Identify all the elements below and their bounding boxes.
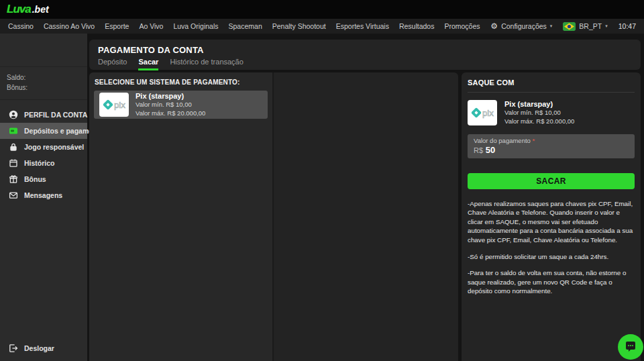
sidebar-item-label: Jogo responsável — [24, 143, 84, 151]
amount-input-label: Valor do pagamento * — [474, 137, 629, 144]
brazil-flag-icon — [563, 22, 576, 31]
nav-item-cassino[interactable]: Cassino — [8, 22, 34, 30]
withdraw-note: -Só é permitido solicitar um saque a cad… — [468, 252, 635, 262]
payment-tabs: Depósito Sacar Histórico de transação — [98, 58, 632, 70]
withdraw-note: -Apenas realizamos saques para chaves pi… — [468, 199, 635, 245]
nav-item-penalty-shootout[interactable]: Penalty Shootout — [272, 22, 326, 30]
sidebar-item-label: Mensagens — [24, 191, 62, 199]
svg-text:pix: pix — [114, 100, 125, 110]
withdraw-method-info: Pix (starspay) Valor mín. R$ 10,00 Valor… — [504, 99, 574, 126]
payment-systems-column: SELECIONE UM SISTEMA DE PAGAMENTO: pix P… — [89, 72, 274, 361]
select-system-label: SELECIONE UM SISTEMA DE PAGAMENTO: — [89, 72, 272, 91]
amount-input-value: R$ 50 — [474, 145, 629, 155]
logout-button[interactable]: Deslogar — [0, 338, 87, 358]
payment-method-name: Pix (starspay) — [504, 99, 574, 109]
sidebar-item-depositos-e-pagamentos[interactable]: Depósitos e pagamentos — [0, 123, 87, 139]
withdraw-notes: -Apenas realizamos saques para chaves pi… — [468, 199, 635, 296]
gift-icon — [9, 174, 18, 184]
account-sidebar: Saldo: Bônus: PERFIL DA CONTA Depósitos … — [0, 34, 87, 361]
sidebar-item-label: Histórico — [24, 159, 55, 167]
chevron-down-icon: ▾ — [550, 23, 553, 29]
sidebar-flex-spacer — [0, 203, 87, 338]
language-selector[interactable]: BR_PT ▾ — [563, 22, 607, 31]
gear-icon: ⚙ — [490, 22, 498, 30]
bonus-label: Bônus: — [7, 83, 80, 93]
envelope-icon — [9, 191, 18, 200]
withdraw-note: -Para ter o saldo de volta em sua conta,… — [468, 268, 635, 296]
currency-prefix: R$ — [474, 146, 483, 154]
page-title: PAGAMENTO DA CONTA — [98, 45, 632, 55]
top-bar: Luva.bet — [0, 0, 644, 19]
payment-method-min: Valor mín. R$ 10,00 — [136, 101, 205, 109]
payment-method-name: Pix (starspay) — [136, 91, 205, 101]
brand-logo-main: Luva — [7, 3, 31, 16]
sidebar-item-perfil-da-conta[interactable]: PERFIL DA CONTA — [0, 107, 87, 123]
payment-systems-panel: SELECIONE UM SISTEMA DE PAGAMENTO: pix P… — [89, 72, 458, 361]
nav-item-luva-originals[interactable]: Luva Originals — [173, 22, 218, 30]
lock-icon — [9, 142, 18, 152]
tab-sacar[interactable]: Sacar — [138, 58, 158, 70]
user-icon — [9, 110, 18, 119]
nav-item-resultados[interactable]: Resultados — [399, 22, 435, 30]
pix-logo: pix — [99, 93, 129, 117]
sidebar-spacer — [0, 34, 87, 67]
pix-logo: pix — [468, 100, 497, 125]
main-nav: Cassino Cassino Ao Vivo Esporte Ao Vivo … — [0, 19, 644, 34]
nav-right-controls: ⚙ Configurações ▾ BR_PT ▾ 10:47 — [490, 22, 636, 31]
tab-deposito[interactable]: Depósito — [98, 58, 127, 70]
brand-logo-suffix: .bet — [32, 4, 49, 15]
live-chat-button[interactable] — [618, 334, 643, 360]
locale-label: BR_PT — [579, 22, 602, 30]
calendar-icon — [9, 158, 18, 168]
withdraw-title: SAQUE COM — [468, 79, 635, 93]
sidebar-item-historico[interactable]: Histórico — [0, 155, 87, 171]
balance-block: Saldo: Bônus: — [0, 67, 87, 100]
amount-label-text: Valor do pagamento — [474, 137, 531, 144]
clock-time: 10:47 — [619, 22, 636, 30]
required-asterisk: * — [533, 137, 535, 144]
payment-header-panel: PAGAMENTO DA CONTA Depósito Sacar Histór… — [89, 40, 641, 70]
svg-text:pix: pix — [482, 108, 494, 118]
nav-item-promocoes[interactable]: Promoções — [444, 22, 480, 30]
logout-label: Deslogar — [24, 344, 54, 352]
amount-number: 50 — [486, 145, 495, 155]
withdraw-method: pix Pix (starspay) Valor mín. R$ 10,00 V… — [468, 99, 635, 126]
chat-bubble-icon — [624, 340, 637, 354]
payment-method-max: Valor máx. R$ 20.000,00 — [504, 117, 574, 126]
settings-menu[interactable]: ⚙ Configurações ▾ — [490, 22, 552, 30]
nav-item-spaceman[interactable]: Spaceman — [229, 22, 262, 30]
amount-input[interactable]: Valor do pagamento * R$ 50 — [468, 134, 635, 158]
payment-method-pix-card[interactable]: pix Pix (starspay) Valor mín. R$ 10,00 V… — [94, 91, 268, 119]
payment-method-max: Valor máx. R$ 20.000,00 — [136, 109, 205, 118]
sidebar-item-label: PERFIL DA CONTA — [24, 111, 87, 119]
sidebar-item-mensagens[interactable]: Mensagens — [0, 187, 87, 203]
sidebar-item-label: Bônus — [24, 175, 46, 183]
nav-item-cassino-ao-vivo[interactable]: Cassino Ao Vivo — [44, 22, 95, 30]
tab-historico-de-transacao[interactable]: Histórico de transação — [170, 58, 243, 70]
nav-item-esporte[interactable]: Esporte — [105, 22, 129, 30]
nav-item-esportes-virtuais[interactable]: Esportes Virtuais — [336, 22, 389, 30]
payment-method-info: Pix (starspay) Valor mín. R$ 10,00 Valor… — [136, 91, 205, 118]
chevron-down-icon: ▾ — [605, 23, 608, 29]
balance-label: Saldo: — [7, 73, 80, 83]
withdraw-panel: SAQUE COM pix Pix (starspay) Valor mín. … — [462, 72, 641, 361]
sidebar-item-jogo-responsavel[interactable]: Jogo responsável — [0, 139, 87, 155]
settings-label: Configurações — [501, 22, 547, 30]
nav-item-ao-vivo[interactable]: Ao Vivo — [139, 22, 163, 30]
deposits-card-icon — [9, 126, 18, 136]
brand-logo[interactable]: Luva.bet — [7, 3, 49, 16]
sidebar-item-bonus[interactable]: Bônus — [0, 171, 87, 187]
logout-icon — [9, 344, 18, 353]
payment-method-min: Valor mín. R$ 10,00 — [504, 109, 574, 117]
sacar-submit-button[interactable]: SACAR — [468, 173, 635, 189]
sidebar-menu: PERFIL DA CONTA Depósitos e pagamentos J… — [0, 100, 87, 203]
